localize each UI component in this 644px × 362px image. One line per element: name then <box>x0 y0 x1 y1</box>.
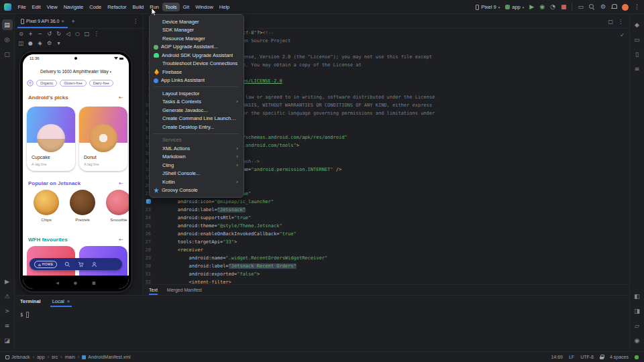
close-icon[interactable]: × <box>67 298 70 304</box>
filters-icon[interactable] <box>27 80 34 86</box>
power-icon[interactable]: ⊙ <box>17 29 25 38</box>
notifications-icon[interactable]: ◉ <box>632 335 643 346</box>
inspections-status-icon[interactable]: ✓ <box>620 32 625 38</box>
tools-menu-item-xml-actions[interactable]: XML Actions› <box>150 144 244 153</box>
emulator-icon[interactable]: ▱ <box>632 320 643 331</box>
breadcrumb-src[interactable]: src <box>52 355 58 359</box>
rotate-right-icon[interactable]: ↻ <box>54 29 63 38</box>
structure-icon[interactable]: ▢ <box>2 49 13 60</box>
commit-icon[interactable]: ◎ <box>2 34 13 45</box>
close-icon[interactable]: × <box>61 19 64 23</box>
code-line-30[interactable]: 30 android:label="Jetsnack Recent Orders… <box>144 262 623 270</box>
tools-menu-item-jshell-console[interactable]: JShell Console... <box>150 170 244 178</box>
breadcrumb-androidmanifest-xml[interactable]: AndroidManifest.xml <box>82 355 130 359</box>
editor-more-icon[interactable]: ⋮ <box>618 19 623 25</box>
expand-controls-icon[interactable]: ▾ <box>54 39 63 47</box>
tools-menu-item-kotlin[interactable]: Kotlin› <box>150 178 244 186</box>
search-everywhere-icon[interactable] <box>589 4 595 10</box>
device-selector[interactable]: Pixel 9 ▾ <box>476 4 500 10</box>
terminal-tab-local[interactable]: Local × <box>50 296 72 307</box>
screen-record-icon[interactable]: ● <box>26 39 35 47</box>
settings-icon[interactable]: ⚙ <box>45 39 54 47</box>
menu-window[interactable]: Window <box>193 3 216 11</box>
caret-position-widget[interactable]: 14:69 <box>551 355 563 359</box>
tools-menu-item-agp-upgrade-assistant[interactable]: AGP Upgrade Assistant... <box>150 43 244 52</box>
notifications-bell-icon[interactable] <box>611 4 616 10</box>
add-device-tab-button[interactable]: + <box>72 18 75 25</box>
tools-menu-item-create-desktop-entry[interactable]: Create Desktop Entry... <box>150 123 244 131</box>
screenshot-icon[interactable]: ◫ <box>17 39 25 47</box>
nav-search-button[interactable] <box>64 261 70 267</box>
nav-home-button[interactable]: ⌂ HOME <box>34 261 57 268</box>
layout-inspector-icon[interactable]: ◨ <box>632 306 643 316</box>
indent-widget[interactable]: 4 spaces <box>610 355 629 359</box>
tools-menu-item-android-sdk-upgrade-assistant[interactable]: Android SDK Upgrade Assistant <box>150 51 244 60</box>
code-line-27[interactable]: 27 tools:targetApi="33"> <box>144 238 623 246</box>
menu-git[interactable]: Git <box>180 3 193 11</box>
popular-item-smoothie[interactable]: Smoothie <box>106 190 129 222</box>
debug-button[interactable]: ◉ <box>539 4 545 10</box>
more-actions-icon[interactable]: ⋮ <box>634 4 640 10</box>
tools-menu-item-tasks-contexts[interactable]: Tasks & Contexts› <box>150 98 244 107</box>
menu-file[interactable]: File <box>15 3 29 11</box>
filter-chip-gluten-free[interactable]: Gluten-free <box>60 80 87 86</box>
read-only-lock-icon[interactable] <box>600 355 604 360</box>
gradle-icon[interactable]: ◆ <box>632 19 643 30</box>
home-icon[interactable]: ○ <box>73 29 82 38</box>
run-tool-icon[interactable]: ▶ <box>2 276 13 287</box>
nav-profile-button[interactable] <box>91 261 97 267</box>
code-line-24[interactable]: 24 android:supportsRtl="true" <box>144 214 623 222</box>
settings-gear-icon[interactable]: ⚙ <box>600 4 606 10</box>
device-manager-icon[interactable]: ▭ <box>632 34 643 45</box>
tools-menu-item-device-manager[interactable]: Device Manager <box>150 17 244 26</box>
split-editor-icon[interactable]: ▢ <box>608 19 613 25</box>
tools-menu-item-resource-manager[interactable]: Resource Manager <box>150 34 244 43</box>
section-arrow-icon[interactable]: ← <box>119 180 123 186</box>
delivery-address-selector[interactable]: Delivery to 1600 Amphitheater Way ▾ <box>23 69 129 74</box>
popular-item-chips[interactable]: Chips <box>34 190 59 222</box>
encoding-widget[interactable]: UTF-8 <box>580 355 594 359</box>
menu-refactor[interactable]: Refactor <box>105 3 129 11</box>
menu-tools[interactable]: Tools <box>162 3 180 11</box>
build-icon[interactable]: ◪ <box>2 335 13 346</box>
line-ending-widget[interactable]: LF <box>569 355 574 359</box>
android-recents-button[interactable]: ■ <box>92 280 96 285</box>
tools-menu-item-generate-javadoc[interactable]: Generate Javadoc... <box>150 106 244 115</box>
filter-chip-organic[interactable]: Organic <box>36 80 57 86</box>
popular-item-pretzels[interactable]: Pretzels <box>70 190 95 222</box>
filter-chip-dairy-free[interactable]: Dairy-free <box>89 80 113 86</box>
snack-card-donut[interactable]: DonutA tag line <box>79 107 127 171</box>
menu-navigate[interactable]: Navigate <box>61 3 87 11</box>
manifest-tab-merged-manifest[interactable]: Merged Manifest <box>167 285 202 295</box>
tools-menu-item-create-command-line-launcher[interactable]: Create Command Line Launcher... <box>150 115 244 123</box>
snapshot-icon[interactable]: ◈ <box>36 39 44 47</box>
code-line-23[interactable]: 23 android:label="Jetsnack" <box>144 206 623 214</box>
user-avatar[interactable] <box>622 4 629 11</box>
tools-menu-item-cling[interactable]: Cling› <box>150 161 244 170</box>
code-line-31[interactable]: 31 android:exported="false"> <box>144 270 623 278</box>
stop-button[interactable]: ■ <box>561 4 567 10</box>
tools-menu-item-layout-inspector[interactable]: Layout Inspector <box>150 89 244 98</box>
breadcrumb-jetsnack[interactable]: Jetsnack <box>5 355 30 359</box>
manifest-tab-text[interactable]: Text <box>149 285 158 295</box>
rotate-left-icon[interactable]: ↺ <box>45 29 54 38</box>
back-icon[interactable]: ◁ <box>64 29 72 38</box>
problems-icon[interactable]: ⚠ <box>2 291 13 302</box>
nav-cart-button[interactable] <box>78 261 84 267</box>
menu-code[interactable]: Code <box>87 3 104 11</box>
section-arrow-icon[interactable]: ← <box>119 237 123 243</box>
code-line-32[interactable]: 32 <intent-filter> <box>144 278 623 284</box>
tools-menu-item-troubleshoot-device-connections[interactable]: Troubleshoot Device Connections <box>150 60 244 68</box>
code-line-22[interactable]: 22 android:icon="@mipmap/ic_launcher" <box>144 198 623 206</box>
overview-icon[interactable]: □ <box>83 29 91 38</box>
run-config-selector[interactable]: app ▾ <box>505 4 524 10</box>
code-line-26[interactable]: 26 android:enableOnBackInvokedCallback="… <box>144 230 623 238</box>
profiler-button[interactable]: ◔ <box>550 4 555 10</box>
code-line-28[interactable]: 28 <receiver <box>144 246 623 254</box>
breadcrumb-main[interactable]: main <box>65 355 75 359</box>
run-button[interactable]: ▶ <box>529 4 534 10</box>
app-inspection-icon[interactable]: ◧ <box>632 291 643 302</box>
device-mirror-icon[interactable]: ▭ <box>578 4 584 10</box>
terminal-output[interactable]: $ <box>15 307 629 318</box>
device-tab-pixel-9[interactable]: Pixel 9 API 36.0 × <box>17 14 68 28</box>
